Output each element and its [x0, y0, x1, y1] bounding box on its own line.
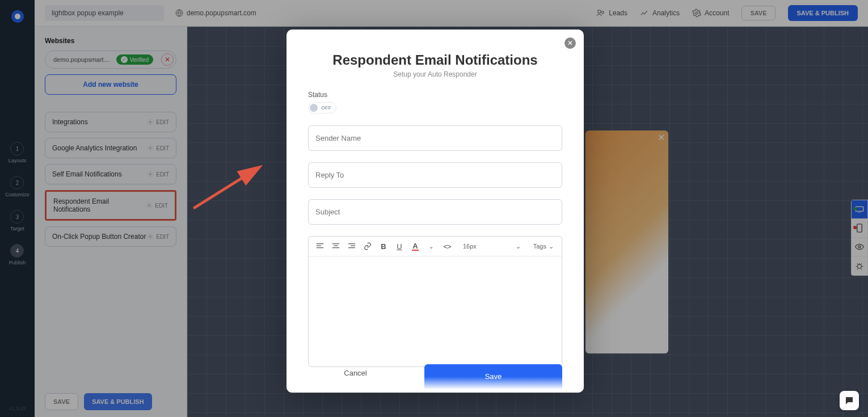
sender-name-input[interactable]	[308, 125, 562, 151]
reply-to-input[interactable]	[308, 162, 562, 188]
subject-input[interactable]	[308, 199, 562, 225]
link-button[interactable]	[361, 240, 374, 252]
align-left-button[interactable]	[313, 240, 327, 252]
align-left-icon	[316, 243, 324, 250]
link-icon	[364, 242, 372, 250]
modal-cancel-button[interactable]: Cancel	[286, 373, 424, 393]
modal-title: Respondent Email Notifications	[308, 52, 562, 68]
font-size-dropdown[interactable]: 16px ⌄	[460, 243, 524, 250]
editor-toolbar: B U A ⌄ <> 16px ⌄ Tags ⌄	[309, 237, 562, 256]
modal-save-button[interactable]: Save	[424, 364, 562, 393]
code-button[interactable]: <>	[440, 240, 454, 252]
chat-icon	[844, 395, 854, 406]
align-right-icon	[348, 243, 356, 250]
modal-subtitle: Setup your Auto Responder	[308, 70, 562, 78]
tags-dropdown[interactable]: Tags ⌄	[530, 243, 557, 250]
toggle-state: OFF	[321, 105, 331, 111]
align-center-icon	[332, 243, 340, 250]
status-label: Status	[308, 91, 562, 99]
toggle-knob	[310, 104, 318, 112]
modal-close-button[interactable]: ✕	[564, 37, 576, 49]
text-color-button[interactable]: A	[408, 240, 422, 252]
chat-widget[interactable]	[840, 391, 859, 410]
chevron-down-icon: ⌄	[516, 243, 521, 250]
chevron-down-icon: ⌄	[549, 243, 554, 250]
text-color-dropdown[interactable]: ⌄	[424, 240, 438, 252]
align-center-button[interactable]	[329, 240, 343, 252]
editor-textarea[interactable]	[309, 256, 562, 367]
rich-text-editor: B U A ⌄ <> 16px ⌄ Tags ⌄	[308, 236, 562, 367]
respondent-email-modal: ✕ Respondent Email Notifications Setup y…	[286, 30, 584, 393]
tags-label: Tags	[533, 243, 546, 250]
bold-button[interactable]: B	[377, 240, 390, 252]
align-right-button[interactable]	[345, 240, 359, 252]
underline-button[interactable]: U	[393, 240, 406, 252]
status-toggle[interactable]: OFF	[308, 102, 336, 113]
font-size-value: 16px	[463, 243, 477, 250]
